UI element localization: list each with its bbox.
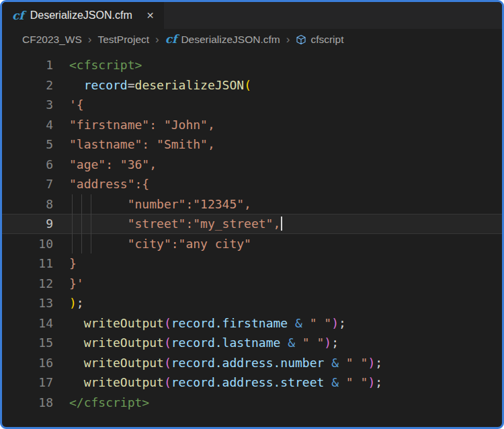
line-number: 11 [2,254,62,274]
line-number: 3 [2,95,62,115]
line-number: 1 [2,55,62,75]
code-text: } [62,254,502,274]
indent-guide [72,214,73,234]
breadcrumb-item-workspace[interactable]: CF2023_WS [22,34,82,46]
coldfusion-file-icon: cf [165,34,177,45]
line-number: 4 [2,115,62,135]
code-line[interactable]: 10 "city":"any city" [2,234,502,254]
chevron-right-icon: › [155,34,159,45]
module-cube-icon [296,34,306,45]
breadcrumb-item-symbol[interactable]: cfscript [296,34,343,46]
code-text: "firstname": "John", [62,115,502,135]
code-editor[interactable]: 1<cfscript>2 record=deserializeJSON(3'{4… [2,50,502,427]
line-number: 17 [2,373,62,393]
code-text: "age": "36", [62,155,502,175]
code-line[interactable]: 17 writeOutput(record.address.street & "… [2,373,502,393]
breadcrumb-item-file[interactable]: cf DeserializeJSON.cfm [165,34,280,46]
code-line[interactable]: 7"address":{ [2,174,502,194]
code-text: record=deserializeJSON( [62,75,502,95]
code-line[interactable]: 18</cfscript> [2,393,502,413]
breadcrumb-label: CF2023_WS [22,34,82,46]
indent-guide [72,234,73,254]
code-line[interactable]: 2 record=deserializeJSON( [2,75,502,95]
indent-guide [81,214,82,234]
code-text: "lastname": "Smith", [62,134,502,155]
line-number: 16 [2,353,62,373]
code-text: "address":{ [62,174,502,194]
code-text: writeOutput(record.address.street & " ")… [62,373,502,393]
line-number: 15 [2,333,62,353]
indent-guide [72,194,73,214]
code-area: 1<cfscript>2 record=deserializeJSON(3'{4… [2,55,502,412]
code-line[interactable]: 16 writeOutput(record.address.number & "… [2,353,502,373]
code-text: "number":"12345", [62,194,502,214]
code-line[interactable]: 13); [2,293,502,313]
line-number: 9 [2,214,62,234]
code-text: "city":"any city" [62,234,502,254]
line-number: 2 [2,75,62,95]
indent-guide [91,214,91,234]
chevron-right-icon: › [286,34,290,45]
code-line[interactable]: 8 "number":"12345", [2,194,502,214]
code-line[interactable]: 4"firstname": "John", [2,115,502,135]
coldfusion-file-icon: cf [12,10,24,22]
indent-guide [81,194,82,214]
code-text: </cfscript> [62,393,502,413]
code-text: writeOutput(record.address.number & " ")… [62,353,502,373]
line-number: 8 [2,194,62,214]
indent-guide [91,234,91,254]
code-line[interactable]: 1<cfscript> [2,55,502,75]
line-number: 14 [2,313,62,334]
code-text: writeOutput(record.firstname & " "); [62,313,502,334]
vscode-window: cf DeserializeJSON.cfm ✕ CF2023_WS › Tes… [0,0,504,429]
indent-guide [91,194,91,214]
code-line[interactable]: 5"lastname": "Smith", [2,134,502,155]
code-text: <cfscript> [62,55,502,75]
indent-guide [81,234,82,254]
breadcrumb-label: cfscript [310,34,343,46]
code-line[interactable]: 3'{ [2,95,502,115]
breadcrumb: CF2023_WS › TestProject › cf Deserialize… [2,29,502,50]
line-number: 13 [2,293,62,313]
code-text: writeOutput(record.lastname & " "); [62,333,502,353]
code-text: '{ [62,95,502,115]
code-text: ); [62,293,502,313]
code-line[interactable]: 15 writeOutput(record.lastname & " "); [2,333,502,353]
line-number: 12 [2,274,62,294]
code-text: "street":"my_street", [62,214,502,234]
breadcrumb-item-project[interactable]: TestProject [97,34,149,46]
line-number: 6 [2,155,62,175]
line-number: 5 [2,134,62,155]
code-line[interactable]: 14 writeOutput(record.firstname & " "); [2,313,502,334]
close-icon[interactable]: ✕ [146,10,155,21]
line-number: 7 [2,174,62,194]
line-number: 10 [2,234,62,254]
breadcrumb-label: DeserializeJSON.cfm [181,34,280,46]
tab-deserializejson[interactable]: cf DeserializeJSON.cfm ✕ [2,2,164,29]
tab-bar: cf DeserializeJSON.cfm ✕ [2,2,502,29]
code-line[interactable]: 11} [2,254,502,274]
tab-label: DeserializeJSON.cfm [30,9,132,22]
code-line[interactable]: 12}' [2,274,502,294]
code-line[interactable]: 6"age": "36", [2,155,502,175]
code-text: }' [62,274,502,294]
code-line[interactable]: 9 "street":"my_street", [2,214,502,234]
text-cursor [281,217,282,231]
breadcrumb-label: TestProject [97,34,149,46]
chevron-right-icon: › [88,34,92,45]
line-number: 18 [2,393,62,413]
